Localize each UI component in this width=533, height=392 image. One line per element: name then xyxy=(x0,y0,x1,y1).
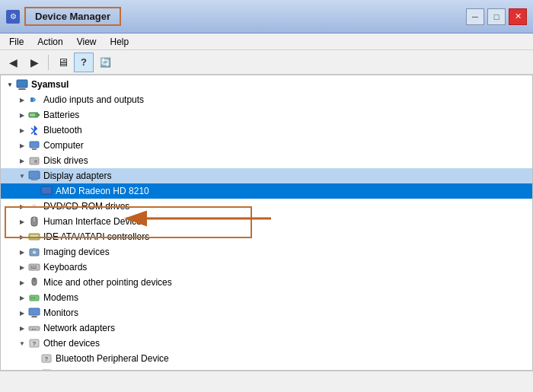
unknown-icon: ? xyxy=(40,368,53,370)
expand-icon[interactable]: ▶ xyxy=(16,307,28,319)
svg-rect-33 xyxy=(30,268,37,269)
tree-item-disk[interactable]: ▶ Disk drives xyxy=(1,153,532,168)
properties-button[interactable]: 🖥 xyxy=(53,53,72,72)
back-button[interactable]: ◀ xyxy=(3,53,23,72)
svg-text:?: ? xyxy=(45,355,49,362)
other-label: Other devices xyxy=(43,338,100,349)
expand-icon[interactable]: ▼ xyxy=(16,337,28,349)
imaging-label: Imaging devices xyxy=(43,247,110,257)
display-label: Display adapters xyxy=(43,171,111,181)
expand-icon[interactable]: ▶ xyxy=(16,322,28,334)
expand-icon[interactable]: ▶ xyxy=(16,246,28,258)
status-bar xyxy=(0,371,533,392)
svg-rect-11 xyxy=(30,142,39,148)
computer-icon xyxy=(28,139,40,151)
menu-action[interactable]: Action xyxy=(31,35,69,49)
svg-point-37 xyxy=(31,298,33,299)
tree-item-keyboards[interactable]: ▶ Keyboards xyxy=(1,260,532,275)
other-icon: ? xyxy=(28,337,40,349)
expand-icon[interactable]: ▶ xyxy=(16,124,28,136)
refresh-button[interactable]: 🔄 xyxy=(95,53,115,72)
svg-rect-44 xyxy=(34,329,36,330)
menu-help[interactable]: Help xyxy=(104,35,136,49)
tree-item-computer[interactable]: ▶ Computer xyxy=(1,138,532,153)
svg-rect-41 xyxy=(31,317,37,317)
menu-file[interactable]: File xyxy=(3,35,30,49)
svg-rect-40 xyxy=(32,316,37,317)
expand-icon[interactable]: ▼ xyxy=(4,78,16,91)
svg-rect-12 xyxy=(32,148,37,150)
tree-item-other[interactable]: ▼ ? Other devices xyxy=(1,336,532,351)
svg-rect-13 xyxy=(30,158,39,164)
svg-rect-0 xyxy=(17,80,27,88)
tree-item-audio[interactable]: ▶ Audio inputs and outputs xyxy=(1,92,532,107)
svg-rect-17 xyxy=(31,180,37,180)
svg-line-10 xyxy=(31,131,34,134)
tree-item-hid[interactable]: ▶ Human Interface Devices xyxy=(1,214,532,229)
svg-rect-6 xyxy=(30,113,35,116)
help-button[interactable]: ? xyxy=(74,53,94,72)
network-icon xyxy=(28,322,40,334)
tree-item-syamsul[interactable]: ▼ Syamsul xyxy=(1,77,532,92)
tree-item-bluetooth[interactable]: ▶ Bluetooth xyxy=(1,123,532,138)
close-button[interactable]: ✕ xyxy=(509,8,527,25)
expand-icon xyxy=(28,352,40,365)
keyboards-label: Keyboards xyxy=(43,262,87,272)
tree-item-network[interactable]: ▶ Network adapters xyxy=(1,320,532,336)
forward-button[interactable]: ▶ xyxy=(24,53,44,72)
tree-item-modems[interactable]: ▶ Modems xyxy=(1,290,532,305)
disk-icon xyxy=(28,155,40,167)
svg-point-27 xyxy=(33,250,37,254)
hid-icon xyxy=(28,215,40,228)
tree-item-imaging[interactable]: ▶ Imaging devices xyxy=(1,244,532,260)
tree-item-display[interactable]: ▼ Display adapters xyxy=(1,168,532,183)
keyboard-icon xyxy=(28,261,40,273)
svg-marker-7 xyxy=(34,126,37,132)
svg-rect-16 xyxy=(29,171,40,179)
svg-rect-39 xyxy=(29,308,40,315)
tree-item-mice[interactable]: ▶ Mice and other pointing devices xyxy=(1,275,532,290)
minimize-button[interactable]: ─ xyxy=(466,8,484,25)
tree-item-ide[interactable]: ▶ IDE ATA/ATAPI controllers xyxy=(1,229,532,244)
disk-label: Disk drives xyxy=(43,155,88,166)
tree-item-unknown[interactable]: ? Unknown device xyxy=(1,366,532,370)
mice-label: Mice and other pointing devices xyxy=(43,277,172,288)
svg-point-21 xyxy=(33,205,36,208)
expand-icon[interactable]: ▶ xyxy=(16,200,28,212)
svg-rect-28 xyxy=(33,248,36,250)
svg-rect-29 xyxy=(29,264,40,270)
display-icon xyxy=(28,170,40,182)
audio-label: Audio inputs and outputs xyxy=(43,94,144,105)
expand-icon[interactable]: ▶ xyxy=(16,109,28,121)
expand-icon[interactable]: ▶ xyxy=(16,231,28,243)
expand-icon[interactable]: ▶ xyxy=(16,292,28,304)
tree-view[interactable]: ▼ Syamsul ▶ Audio inputs and outputs ▶ B… xyxy=(1,75,532,370)
maximize-button[interactable]: □ xyxy=(487,8,506,25)
expand-icon[interactable]: ▼ xyxy=(16,170,28,182)
dvd-icon xyxy=(28,200,40,212)
amd-icon xyxy=(40,185,53,197)
tree-item-batteries[interactable]: ▶ Batteries xyxy=(1,107,532,123)
svg-point-38 xyxy=(34,298,35,299)
expand-icon xyxy=(28,185,40,197)
expand-icon[interactable]: ▶ xyxy=(16,155,28,167)
menu-view[interactable]: View xyxy=(71,35,103,49)
computer-label: Computer xyxy=(43,140,84,151)
expand-icon[interactable]: ▶ xyxy=(16,215,28,228)
svg-point-15 xyxy=(35,161,37,162)
expand-icon[interactable]: ▶ xyxy=(16,94,28,106)
svg-rect-32 xyxy=(35,266,37,267)
expand-icon[interactable]: ▶ xyxy=(16,261,28,273)
tree-item-amd[interactable]: AMD Radeon HD 8210 xyxy=(1,183,532,199)
syamsul-label: Syamsul xyxy=(31,79,69,90)
tree-item-monitors[interactable]: ▶ Monitors xyxy=(1,305,532,320)
tree-item-dvd[interactable]: ▶ DVD/CD-ROM drives xyxy=(1,199,532,214)
svg-rect-2 xyxy=(18,89,26,90)
ide-icon xyxy=(28,231,40,243)
expand-icon[interactable]: ▶ xyxy=(16,139,28,151)
dvd-label: DVD/CD-ROM drives xyxy=(43,201,129,212)
svg-rect-3 xyxy=(30,97,34,102)
app-icon: ⚙ xyxy=(6,10,20,24)
tree-item-btperi[interactable]: ? Bluetooth Peripheral Device xyxy=(1,351,532,366)
expand-icon[interactable]: ▶ xyxy=(16,276,28,288)
